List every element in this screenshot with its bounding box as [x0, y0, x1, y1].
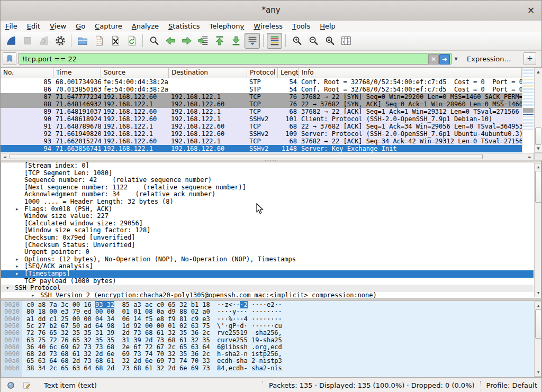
go-to-packet-button[interactable]: [195, 33, 211, 49]
apply-filter-button[interactable]: ➜: [439, 54, 450, 65]
menu-telephony[interactable]: Telephony: [205, 21, 249, 32]
menu-edit[interactable]: Edit: [22, 21, 45, 32]
detail-line[interactable]: Window size value: 227: [1, 213, 534, 220]
hex-line-00a0[interactable]: 00a065 63 64 68 2d 73 68 61 32 2d 6e 69 …: [1, 358, 534, 364]
scroll-left-icon[interactable]: ◄: [2, 155, 7, 159]
packet-bytes-pane[interactable]: ▲ ▼ 0020c0 a8 7a 3c 00 16 93 32 85 a3 ac…: [1, 300, 541, 378]
hex-bytes[interactable]: c0 a8 7a 3c 00 16 93 32 85 a3 ac c0 65 3…: [26, 302, 210, 308]
capture-comment-button[interactable]: [21, 380, 32, 391]
capture-options-button[interactable]: [52, 33, 68, 49]
detail-line[interactable]: Checksum: 0x79ed [unverified]: [1, 234, 534, 242]
scroll-up-icon[interactable]: ▲: [535, 304, 541, 308]
hex-bytes[interactable]: a1 dd c1 25 00 00 04 34 06 14 f5 e8 f9 8…: [26, 316, 210, 323]
detail-line[interactable]: Acknowledgment number: 34 (relative ack …: [1, 191, 534, 198]
menu-help[interactable]: Help: [315, 21, 340, 32]
detail-line[interactable]: [Checksum Status: Unverified]: [1, 242, 534, 249]
detail-line[interactable]: [Next sequence number: 1122 (relative se…: [1, 184, 534, 192]
hex-line-0070[interactable]: 007063 75 72 76 65 32 35 35 31 39 2d 73 …: [1, 337, 534, 344]
hex-vscrollbar[interactable]: ▲ ▼: [534, 302, 541, 377]
menu-file[interactable]: File: [1, 21, 22, 32]
zoom-out-button[interactable]: [305, 33, 321, 49]
go-forward-button[interactable]: [179, 33, 194, 49]
packet-list-header[interactable]: No.TimeSourceDestinationProtocolLengthIn…: [1, 68, 534, 79]
hex-bytes[interactable]: 63 75 72 76 65 32 35 35 31 39 2d 73 68 6…: [26, 337, 210, 344]
hex-ascii[interactable]: 84,ecdh- sha2-nis: [217, 365, 282, 372]
column-header-time[interactable]: Time: [53, 68, 101, 78]
scroll-down-icon[interactable]: ▼: [535, 147, 542, 151]
menu-view[interactable]: View: [45, 21, 71, 32]
colorize-button[interactable]: [267, 33, 282, 49]
scroll-thumb[interactable]: [535, 127, 541, 145]
menu-go[interactable]: Go: [71, 21, 90, 32]
detail-line[interactable]: ▸[Timestamps]: [1, 270, 534, 278]
menu-capture[interactable]: Capture: [90, 21, 127, 32]
selected-bytes[interactable]: 93 32: [95, 301, 114, 308]
hex-line-0060[interactable]: 006072 76 65 32 35 35 31 39 2d 73 68 61 …: [1, 330, 534, 336]
column-header-no[interactable]: No.: [1, 68, 53, 78]
auto-scroll-button[interactable]: [245, 33, 260, 49]
title-bar[interactable]: *any ×: [1, 1, 541, 21]
column-header-source[interactable]: Source: [101, 68, 169, 78]
detail-line[interactable]: ▸[SEQ/ACK analysis]: [1, 263, 534, 270]
packet-row-85[interactable]: 8568.001734936fe:54:00:d4:38:2aSTP54Conf…: [1, 78, 522, 86]
packet-row-86[interactable]: 8670.013850163fe:54:00:d4:38:2aSTP54Conf…: [1, 86, 522, 93]
scroll-down-icon[interactable]: ▼: [535, 291, 541, 295]
collapse-icon[interactable]: ▾: [6, 285, 9, 292]
hex-ascii[interactable]: rve25519 -sha256,: [217, 330, 282, 336]
scroll-right-icon[interactable]: ►: [527, 155, 532, 159]
display-filter-input[interactable]: [19, 53, 451, 65]
scroll-up-icon[interactable]: ▲: [535, 165, 541, 169]
packet-row-91[interactable]: 9171.648789678192.168.122.1192.168.122.6…: [1, 123, 522, 130]
column-header-info[interactable]: Info: [299, 68, 522, 78]
menu-wireless[interactable]: Wireless: [249, 21, 287, 32]
detail-line[interactable]: [Window size scaling factor: 128]: [1, 227, 534, 234]
hex-ascii[interactable]: ··z<···2 ····e2··: [217, 302, 282, 308]
detail-line[interactable]: [TCP Segment Len: 1080]: [1, 170, 534, 177]
filter-bookmark-button[interactable]: [3, 52, 16, 65]
go-first-button[interactable]: [212, 33, 227, 49]
hex-ascii[interactable]: ···%···4 ········: [217, 316, 282, 323]
hex-bytes[interactable]: 38 34 2c 65 63 64 68 2d 73 68 61 32 2d 6…: [26, 365, 210, 372]
filter-history-dropdown[interactable]: ▼: [453, 53, 459, 65]
menu-analyze[interactable]: Analyze: [127, 21, 164, 32]
detail-line[interactable]: [Calculated window size: 29056]: [1, 220, 534, 227]
close-window-button[interactable]: ×: [526, 5, 536, 15]
detail-line[interactable]: Urgent pointer: 0: [1, 249, 534, 256]
packet-list-vscrollbar[interactable]: ▲ ▼: [534, 68, 542, 153]
hex-bytes[interactable]: 36 40 6c 69 62 73 73 68 2e 6f 72 67 2c 6…: [26, 344, 210, 351]
open-file-button[interactable]: [75, 33, 90, 49]
column-header-protocol[interactable]: Protocol: [247, 68, 278, 78]
selected-ascii[interactable]: ·2: [240, 301, 247, 308]
expand-icon[interactable]: ▸: [16, 256, 19, 263]
detail-line[interactable]: 1000 .... = Header Length: 32 bytes (8): [1, 198, 534, 206]
expression-button[interactable]: Expression…: [467, 55, 511, 63]
hex-bytes[interactable]: 68 2d 73 68 61 32 2d 6e 69 73 74 70 32 3…: [26, 351, 210, 358]
menu-statistics[interactable]: Statistics: [164, 21, 204, 32]
hex-ascii[interactable]: \'·gP·d· ······cu: [217, 323, 282, 330]
hex-bytes[interactable]: 72 76 65 32 35 35 31 39 2d 73 68 61 32 3…: [26, 330, 210, 336]
packet-row-93[interactable]: 9371.662015274192.168.122.60192.168.122.…: [1, 138, 522, 145]
details-vscrollbar[interactable]: ▲ ▼: [534, 163, 541, 297]
detail-line[interactable]: Sequence number: 42 (relative sequence n…: [1, 177, 534, 184]
packet-row-90[interactable]: 9071.648618924192.168.122.60192.168.122.…: [1, 115, 522, 123]
detail-line[interactable]: [Stream index: 0]: [1, 162, 534, 170]
packet-row-89[interactable]: 8971.648191037192.168.122.60192.168.122.…: [1, 108, 522, 115]
find-packet-button[interactable]: [146, 33, 161, 49]
zoom-in-button[interactable]: [289, 33, 304, 49]
add-filter-button[interactable]: +: [523, 52, 536, 65]
close-file-button[interactable]: [107, 33, 123, 49]
hex-bytes[interactable]: 65 63 64 68 2d 73 68 61 32 2d 6e 69 73 7…: [26, 358, 210, 364]
resize-columns-button[interactable]: [338, 33, 354, 49]
hex-line-0040[interactable]: 0040a1 dd c1 25 00 00 04 34 06 14 f5 e8 …: [1, 316, 534, 323]
expand-icon[interactable]: ▸: [16, 263, 19, 270]
clear-filter-button[interactable]: ✕: [428, 54, 439, 65]
hex-line-0080[interactable]: 008036 40 6c 69 62 73 73 68 2e 6f 72 67 …: [1, 344, 534, 351]
packet-row-88[interactable]: 8871.648146932192.168.122.1192.168.122.6…: [1, 101, 522, 108]
expand-icon[interactable]: ▸: [16, 206, 19, 213]
hex-line-00b0[interactable]: 00b038 34 2c 65 63 64 68 2d 73 68 61 32 …: [1, 365, 534, 372]
detail-line[interactable]: ▾SSH Protocol: [1, 285, 534, 292]
hex-ascii[interactable]: h-sha2-n istp256,: [217, 351, 282, 358]
hex-ascii[interactable]: ····y··· ········: [217, 308, 282, 315]
expert-info-button[interactable]: [5, 380, 16, 391]
scroll-thumb[interactable]: [10, 154, 483, 159]
